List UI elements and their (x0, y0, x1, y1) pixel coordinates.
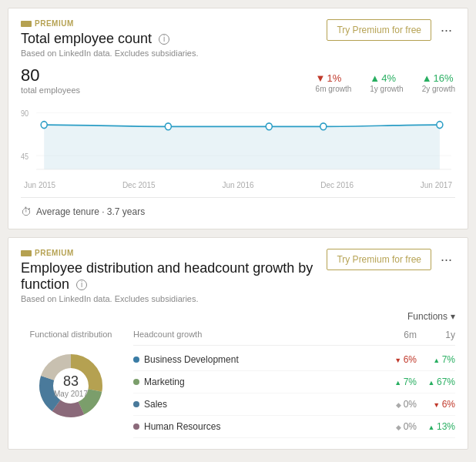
dot-3 (133, 424, 139, 430)
card1-title: Total employee count i (21, 31, 199, 47)
donut-num: 83 (54, 373, 88, 390)
growth-1y-period: 1y growth (370, 85, 403, 93)
svg-point-5 (165, 123, 171, 130)
chart-svg: 90 45 (21, 101, 455, 178)
more-btn-2[interactable]: ··· (437, 250, 455, 270)
arrow-up-1y: ▲ (370, 72, 380, 84)
premium-bar-icon-2 (21, 250, 32, 256)
chevron-down-icon: ▾ (451, 311, 455, 322)
svg-text:90: 90 (21, 109, 28, 119)
x-axis: Jun 2015 Dec 2015 Jun 2016 Dec 2016 Jun … (21, 181, 455, 189)
functions-selector[interactable]: Functions ▾ (407, 311, 455, 322)
table-row: Human Resources 0% 13% (133, 416, 455, 438)
svg-point-8 (437, 122, 443, 129)
growth-2y-val: ▲ 16% (422, 72, 455, 84)
card1-subtitle: Based on LinkedIn data. Excludes subsidi… (21, 49, 199, 58)
donut-chart: 83 May 2017 (28, 343, 113, 428)
row-name-0: Business Development (133, 354, 370, 365)
growth-1y: ▲ 4% 1y growth (370, 72, 403, 93)
premium-badge-1: PREMIUM (21, 19, 199, 28)
svg-text:45: 45 (21, 152, 28, 161)
row-6m-3: 0% (370, 421, 417, 432)
premium-badge-2: PREMIUM (21, 249, 327, 257)
row-label-0: Business Development (144, 354, 239, 365)
col-header-6m: 6m (370, 330, 417, 340)
x-label-2: Jun 2016 (222, 181, 253, 189)
row-1y-1: 67% (417, 377, 455, 387)
headcount-table: Headcount growth 6m 1y Business Developm… (133, 330, 455, 438)
row-label-2: Sales (144, 399, 167, 410)
stats-row: 80 total employees ▼ 1% 6m growth ▲ 4% 1… (21, 65, 455, 95)
card2-subtitle: Based on LinkedIn data. Excludes subsidi… (21, 294, 327, 303)
growth-2y-period: 2y growth (422, 85, 455, 93)
card1-actions: Try Premium for free ··· (327, 19, 455, 41)
col-header-name: Headcount growth (133, 330, 370, 340)
table-rows-container: Business Development 6% 7% Marketing 7% … (133, 349, 455, 438)
donut-center: 83 May 2017 (54, 373, 88, 398)
total-num: 80 (21, 65, 80, 85)
growth-1y-val: ▲ 4% (370, 72, 403, 84)
clock-icon: ⏱ (21, 206, 32, 218)
row-1y-0: 7% (417, 354, 455, 365)
growth-2y: ▲ 16% 2y growth (422, 72, 455, 93)
functions-label: Functions (407, 311, 448, 322)
more-btn-1[interactable]: ··· (437, 21, 455, 40)
premium-bar-icon (21, 21, 32, 27)
card1-header: PREMIUM Total employee count i Based on … (21, 19, 455, 65)
try-premium-btn-1[interactable]: Try Premium for free (327, 19, 431, 41)
row-6m-1: 7% (370, 377, 417, 387)
row-6m-2: 0% (370, 399, 417, 410)
card1-left: PREMIUM Total employee count i Based on … (21, 19, 199, 65)
growth-6m-val: ▼ 1% (316, 72, 352, 84)
card2-left: PREMIUM Employee distribution and headco… (21, 249, 327, 311)
x-label-1: Dec 2015 (122, 181, 156, 189)
x-label-0: Jun 2015 (24, 181, 55, 189)
card2-title: Employee distribution and headcount grow… (21, 260, 327, 293)
donut-sub: May 2017 (54, 390, 88, 398)
row-label-1: Marketing (144, 377, 185, 387)
svg-point-6 (266, 123, 272, 130)
average-tenure: ⏱ Average tenure · 3.7 years (21, 206, 455, 218)
svg-point-7 (320, 123, 327, 130)
divider-1 (21, 197, 455, 198)
x-label-3: Dec 2016 (320, 181, 354, 189)
total-employees-stat: 80 total employees (21, 65, 80, 95)
employee-distribution-card: PREMIUM Employee distribution and headco… (8, 237, 468, 450)
table-row: Sales 0% 6% (133, 393, 455, 416)
x-label-4: Jun 2017 (421, 181, 452, 189)
employee-count-card: PREMIUM Total employee count i Based on … (8, 8, 468, 229)
row-label-3: Human Resources (144, 421, 220, 432)
row-1y-2: 6% (417, 399, 455, 410)
col-header-1y: 1y (417, 330, 455, 340)
info-icon-1[interactable]: i (159, 34, 169, 45)
row-1y-3: 13% (417, 421, 455, 432)
growth-6m: ▼ 1% 6m growth (316, 72, 352, 93)
growth-6m-period: 6m growth (316, 85, 352, 93)
premium-label-2: PREMIUM (35, 249, 74, 257)
row-6m-0: 6% (370, 354, 417, 365)
svg-point-4 (41, 122, 47, 129)
arrow-up-2y: ▲ (422, 72, 432, 84)
card2-actions: Try Premium for free ··· (327, 249, 455, 270)
info-icon-2[interactable]: i (76, 280, 87, 290)
premium-label-1: PREMIUM (35, 19, 74, 28)
bottom-section: Functional distribution (21, 330, 455, 438)
card2-header: PREMIUM Employee distribution and headco… (21, 249, 455, 311)
row-name-2: Sales (133, 399, 370, 410)
table-row: Business Development 6% 7% (133, 349, 455, 371)
row-name-3: Human Resources (133, 421, 370, 432)
donut-label: Functional distribution (21, 330, 121, 339)
growth-stats: ▼ 1% 6m growth ▲ 4% 1y growth ▲ 16% 2y g… (316, 72, 455, 95)
table-row: Marketing 7% 67% (133, 371, 455, 393)
dot-2 (133, 401, 139, 407)
total-label: total employees (21, 85, 80, 95)
try-premium-btn-2[interactable]: Try Premium for free (327, 249, 431, 270)
dot-0 (133, 357, 139, 363)
donut-container: Functional distribution (21, 330, 121, 438)
dot-1 (133, 379, 139, 385)
table-header: Headcount growth 6m 1y (133, 330, 455, 346)
arrow-down-6m: ▼ (316, 72, 326, 84)
row-name-1: Marketing (133, 377, 370, 387)
employee-chart: 90 45 (21, 101, 455, 178)
